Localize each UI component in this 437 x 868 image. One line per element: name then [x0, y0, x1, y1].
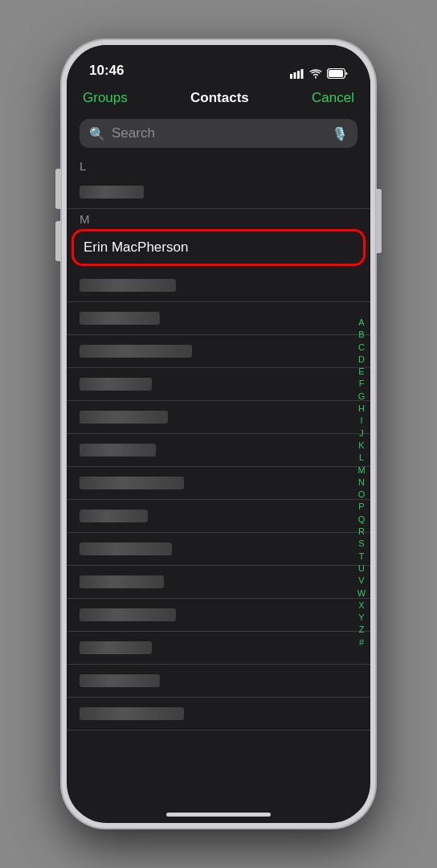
contact-row-8[interactable]: [67, 500, 370, 533]
alpha-w[interactable]: W: [356, 588, 367, 599]
groups-button[interactable]: Groups: [83, 90, 128, 106]
alpha-y[interactable]: Y: [356, 612, 367, 623]
blurred-contact: [80, 411, 168, 424]
nav-bar: Groups Contacts Cancel: [67, 85, 370, 114]
search-input[interactable]: Search: [112, 125, 325, 141]
section-header-m: M: [67, 209, 370, 229]
alpha-l[interactable]: L: [356, 452, 367, 463]
contact-row-12[interactable]: [67, 632, 370, 665]
contact-row-2[interactable]: [67, 302, 370, 335]
svg-rect-2: [297, 71, 300, 79]
phone-frame: 10:46: [62, 40, 375, 828]
alphabet-index[interactable]: A B C D E F G H I J K L M N O P Q R S T: [356, 317, 367, 648]
page-title: Contacts: [190, 90, 249, 106]
contact-row-11[interactable]: [67, 599, 370, 632]
alpha-q[interactable]: Q: [356, 514, 367, 525]
search-icon: 🔍: [89, 126, 105, 141]
alpha-u[interactable]: U: [356, 563, 367, 574]
blurred-contact: [80, 608, 176, 621]
search-bar[interactable]: 🔍 Search 🎙️: [80, 119, 357, 148]
status-bar: 10:46: [67, 45, 370, 85]
alpha-t[interactable]: T: [356, 551, 367, 562]
blurred-contact: [80, 279, 176, 292]
volume-down-button[interactable]: [55, 221, 61, 261]
blurred-contact: [80, 345, 192, 358]
alpha-d[interactable]: D: [356, 354, 367, 365]
blurred-contact: [80, 378, 152, 391]
alpha-j[interactable]: J: [356, 428, 367, 439]
contact-row-10[interactable]: [67, 566, 370, 599]
contact-row-6[interactable]: [67, 434, 370, 467]
alpha-f[interactable]: F: [356, 378, 367, 389]
contact-row-14[interactable]: [67, 698, 370, 731]
alpha-v[interactable]: V: [356, 575, 367, 586]
svg-rect-5: [329, 70, 343, 77]
alpha-h[interactable]: H: [356, 403, 367, 414]
svg-rect-1: [294, 72, 296, 79]
section-header-l: L: [67, 156, 370, 176]
alpha-e[interactable]: E: [356, 366, 367, 377]
status-icons: [290, 68, 348, 79]
blurred-contact: [80, 186, 144, 199]
blurred-contact: [80, 674, 160, 687]
blurred-contact: [80, 575, 164, 588]
alpha-p[interactable]: P: [356, 501, 367, 512]
contact-row-l1[interactable]: [67, 176, 370, 209]
alpha-n[interactable]: N: [356, 477, 367, 488]
contacts-list: L M Erin MacPherson: [67, 156, 370, 731]
blurred-contact: [80, 510, 148, 522]
contact-row-4[interactable]: [67, 368, 370, 401]
highlighted-contact-row[interactable]: Erin MacPherson: [71, 229, 366, 266]
alpha-b[interactable]: B: [356, 329, 367, 340]
contact-row-13[interactable]: [67, 665, 370, 698]
search-container: 🔍 Search 🎙️: [67, 114, 370, 156]
svg-rect-3: [301, 69, 304, 79]
blurred-contact: [80, 477, 184, 489]
alpha-m[interactable]: M: [356, 465, 367, 476]
contact-row-1[interactable]: [67, 269, 370, 302]
blurred-contact: [80, 444, 156, 457]
alpha-x[interactable]: X: [356, 600, 367, 611]
mic-icon[interactable]: 🎙️: [332, 126, 348, 141]
contact-row-9[interactable]: [67, 533, 370, 566]
contact-row-3[interactable]: [67, 335, 370, 368]
alpha-o[interactable]: O: [356, 489, 367, 500]
power-button[interactable]: [376, 189, 382, 253]
signal-icon: [290, 69, 304, 79]
cancel-button[interactable]: Cancel: [312, 90, 354, 106]
blurred-contact: [80, 312, 160, 325]
contact-row-7[interactable]: [67, 467, 370, 500]
wifi-icon: [309, 69, 322, 79]
contact-row-5[interactable]: [67, 401, 370, 434]
alpha-i[interactable]: I: [356, 415, 367, 426]
status-time: 10:46: [89, 63, 124, 79]
alpha-g[interactable]: G: [356, 391, 367, 402]
alpha-hash[interactable]: #: [356, 637, 367, 648]
alpha-k[interactable]: K: [356, 440, 367, 451]
alpha-a[interactable]: A: [356, 317, 367, 328]
highlighted-contact-name: Erin MacPherson: [84, 240, 188, 255]
alpha-r[interactable]: R: [356, 526, 367, 537]
home-indicator: [166, 813, 271, 817]
svg-rect-0: [290, 74, 292, 79]
alpha-c[interactable]: C: [356, 342, 367, 353]
blurred-contact: [80, 542, 172, 555]
battery-icon: [327, 68, 348, 79]
blurred-contact: [80, 641, 152, 654]
blurred-contact: [80, 707, 184, 720]
phone-screen: 10:46: [67, 45, 370, 823]
alpha-z[interactable]: Z: [356, 624, 367, 635]
volume-up-button[interactable]: [55, 169, 61, 209]
alpha-s[interactable]: S: [356, 538, 367, 549]
